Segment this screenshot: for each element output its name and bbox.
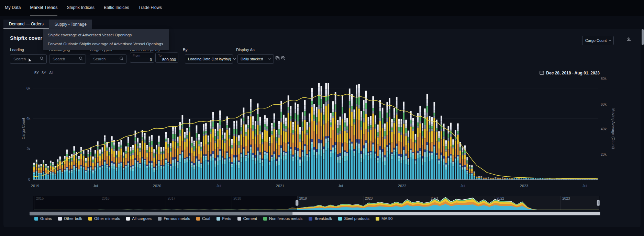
menu-item-forward-outlook[interactable]: Forward Outlook: Shipfix coverage of Adv…: [43, 39, 169, 48]
legend-label: Non ferrous metals: [269, 216, 302, 221]
legend-swatch: [158, 217, 162, 221]
mouse-cursor: [27, 58, 33, 63]
navigator-chart[interactable]: 201520162017201820192020202120222023: [33, 196, 600, 210]
display-as-select[interactable]: Daily stacked: [237, 54, 274, 64]
x-axis-tick: 2023: [520, 184, 528, 188]
legend-swatch: [34, 217, 38, 221]
svg-text:2023: 2023: [562, 197, 570, 200]
y-left-tick: 6k: [18, 86, 30, 90]
nav-item-shipfix-indices[interactable]: Shipfix Indices: [67, 0, 95, 15]
metric-select[interactable]: Cargo Count: [582, 36, 614, 45]
legend-item-all-cargoes[interactable]: All cargoes: [126, 216, 152, 221]
metric-select-value: Cargo Count: [585, 38, 607, 43]
date-range-picker[interactable]: Dec 28, 2018 - Aug 01, 2023: [540, 70, 600, 76]
x-axis-tick: 2019: [31, 184, 39, 188]
svg-text:2019: 2019: [299, 197, 307, 200]
legend-label: Other minerals: [94, 216, 120, 221]
page-scrollbar[interactable]: [642, 29, 644, 45]
nav-item-market-trends[interactable]: Market Trends: [30, 0, 58, 15]
order-size-from-input[interactable]: [132, 58, 152, 62]
legend-item-breakbulk[interactable]: Breakbulk: [309, 216, 332, 221]
y-left-axis-title: Cargo Count: [21, 105, 25, 153]
sub-tabbar: Demand — Orders Supply - Tonnage: [3, 20, 92, 29]
legend-swatch: [58, 217, 62, 221]
legend-swatch: [309, 217, 312, 221]
supply-dropdown-menu: Shipfix coverage of Advertised Vessel Op…: [43, 29, 169, 50]
legend-label: Ferrous metals: [164, 216, 190, 221]
x-axis-tick: Jul: [338, 184, 343, 188]
discharging-search[interactable]: [49, 54, 86, 64]
legend-item-ma-90[interactable]: MA 90: [376, 216, 393, 221]
x-axis-tick: Jul: [582, 184, 587, 188]
zoom-out-icon: [281, 56, 286, 62]
legend-label: Ferts: [222, 216, 231, 221]
legend-item-coal[interactable]: Coal: [196, 216, 210, 221]
legend-item-other-bulk[interactable]: Other bulk: [58, 216, 82, 221]
y-right-axis-title: Moving Average (Count): [611, 99, 615, 158]
compare-button[interactable]: [275, 56, 280, 61]
y-right-tick: 60k: [601, 102, 607, 106]
cargo-types-search-input[interactable]: [92, 57, 119, 61]
tab-supply-tonnage[interactable]: Supply - Tonnage: [49, 20, 92, 29]
x-axis-tick: 2022: [398, 184, 406, 188]
display-as-select-value: Daily stacked: [241, 57, 263, 61]
legend-label: MA 90: [381, 216, 393, 221]
legend-swatch: [216, 217, 220, 221]
order-size-to-field[interactable]: To: [155, 52, 178, 63]
zoom-out-button[interactable]: [280, 56, 286, 61]
main-chart[interactable]: [33, 78, 598, 180]
range-button-5y[interactable]: 5Y: [34, 71, 39, 75]
download-icon: [626, 36, 632, 43]
legend-swatch: [126, 217, 130, 221]
legend-label: Grains: [40, 216, 52, 221]
menu-item-shipfix-coverage[interactable]: Shipfix coverage of Advertised Vessel Op…: [43, 31, 169, 39]
to-label: To: [158, 54, 162, 57]
order-size-to-input[interactable]: [158, 58, 176, 62]
legend-swatch: [237, 217, 241, 221]
search-icon: [119, 56, 124, 62]
legend-item-ferts[interactable]: Ferts: [216, 216, 231, 221]
legend-swatch: [263, 217, 267, 221]
range-button-3y[interactable]: 3Y: [42, 71, 46, 75]
range-button-all[interactable]: All: [49, 71, 53, 75]
y-right-tick: 40k: [601, 127, 607, 131]
legend-item-grains[interactable]: Grains: [34, 216, 52, 221]
by-label: By: [183, 48, 187, 52]
y-left-tick: 4k: [18, 116, 30, 120]
chart-scrollbar-thumb[interactable]: [292, 212, 600, 215]
nav-item-my-data[interactable]: My Data: [5, 0, 21, 15]
nav-item-baltic-indices[interactable]: Baltic Indices: [104, 0, 129, 15]
legend-item-other-minerals[interactable]: Other minerals: [88, 216, 120, 221]
by-select[interactable]: Loading Date (1st layday): [185, 54, 233, 64]
legend-label: All cargoes: [132, 216, 152, 221]
nav-item-trade-flows[interactable]: Trade Flows: [138, 0, 162, 15]
page-title: Shipfix cover: [10, 35, 42, 41]
chart-scrollbar-track[interactable]: [30, 212, 600, 215]
download-button[interactable]: [625, 36, 632, 43]
chevron-down-icon: [268, 58, 271, 60]
loading-label: Loading: [10, 48, 24, 52]
legend-item-non-ferrous-metals[interactable]: Non ferrous metals: [263, 216, 302, 221]
legend-swatch: [338, 217, 342, 221]
search-icon: [40, 56, 44, 62]
tab-demand-orders[interactable]: Demand — Orders: [3, 20, 49, 29]
legend-item-cement[interactable]: Cement: [237, 216, 257, 221]
order-size-from-field[interactable]: From: [130, 52, 154, 63]
loading-search-input[interactable]: [13, 57, 40, 61]
cargo-types-search[interactable]: [90, 54, 126, 64]
date-range-value: Dec 28, 2018 - Aug 01, 2023: [546, 71, 600, 75]
chart-legend: GrainsOther bulkOther mineralsAll cargoe…: [34, 216, 393, 221]
x-axis-tick: Jul: [93, 184, 98, 188]
legend-item-steel-products[interactable]: Steel products: [338, 216, 369, 221]
svg-text:2020: 2020: [365, 197, 373, 200]
legend-swatch: [88, 217, 92, 221]
y-right-tick: 80k: [601, 76, 607, 81]
legend-item-ferrous-metals[interactable]: Ferrous metals: [158, 216, 190, 221]
legend-label: Coal: [202, 216, 210, 221]
legend-label: Other bulk: [64, 216, 82, 221]
y-left-tick: 2k: [18, 147, 30, 151]
x-axis-tick: Jul: [216, 184, 221, 188]
calendar-icon: [540, 70, 544, 76]
discharging-search-input[interactable]: [52, 57, 79, 61]
legend-label: Steel products: [344, 216, 369, 221]
